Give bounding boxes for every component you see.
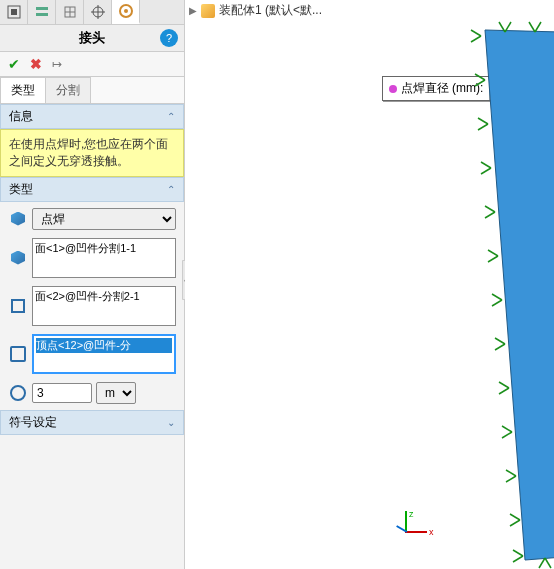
tab-simulation[interactable] — [112, 0, 140, 24]
chevron-down-icon: ⌄ — [167, 417, 175, 428]
face2-item[interactable]: 面<2>@凹件-分割2-1 — [35, 289, 173, 304]
axis-x — [405, 531, 427, 533]
svg-line-34 — [475, 74, 485, 80]
type-section-head[interactable]: 类型 ⌃ — [0, 177, 184, 202]
panel-subtabs: 类型 分割 — [0, 77, 184, 104]
info-body: 在使用点焊时,您也应在两个面之间定义无穿透接触。 — [0, 129, 184, 177]
help-icon[interactable]: ? — [160, 29, 178, 47]
face1-listbox[interactable]: 面<1>@凹件分割1-1 — [32, 238, 176, 278]
model-view[interactable] — [425, 30, 554, 560]
svg-line-36 — [478, 118, 488, 124]
tab-feature-tree[interactable] — [0, 0, 28, 24]
face1-item[interactable]: 面<1>@凹件分割1-1 — [35, 241, 173, 256]
info-head-label: 信息 — [9, 108, 33, 125]
svg-line-33 — [475, 80, 485, 86]
vertex-icon — [8, 344, 28, 364]
svg-line-54 — [510, 514, 520, 520]
face2-icon — [8, 296, 28, 316]
property-panel: 接头 ? ✔ ✖ ↦ 类型 分割 信息 ⌃ 在使用点焊时,您也应在两个面之间定义… — [0, 0, 185, 569]
diameter-input[interactable] — [32, 383, 92, 403]
type-icon — [8, 209, 28, 229]
svg-line-45 — [495, 344, 505, 350]
svg-line-55 — [513, 556, 523, 562]
svg-line-47 — [499, 388, 509, 394]
symbol-section-head[interactable]: 符号设定 ⌄ — [0, 410, 184, 435]
ok-button[interactable]: ✔ — [8, 56, 20, 72]
view-triad[interactable] — [385, 511, 429, 555]
vertex-listbox[interactable]: 顶点<12>@凹件-分 — [32, 334, 176, 374]
info-section-head[interactable]: 信息 ⌃ — [0, 104, 184, 129]
type-section-body: 点焊 面<1>@凹件分割1-1 面<2>@凹件-分割2-1 顶点<12>@凹件-… — [0, 202, 184, 410]
vertex-item[interactable]: 顶点<12>@凹件-分 — [36, 338, 172, 353]
connector-type-select[interactable]: 点焊 — [32, 208, 176, 230]
svg-line-39 — [485, 212, 495, 218]
assembly-icon — [201, 4, 215, 18]
svg-line-31 — [471, 36, 481, 42]
svg-point-11 — [124, 9, 128, 13]
svg-line-68 — [545, 558, 551, 568]
face1-icon — [8, 248, 28, 268]
breadcrumb[interactable]: ▶ 装配体1 (默认<默... — [189, 2, 322, 19]
svg-rect-3 — [36, 13, 48, 16]
type-head-label: 类型 — [9, 181, 33, 198]
subtab-split[interactable]: 分割 — [45, 77, 91, 103]
svg-line-43 — [492, 300, 502, 306]
svg-rect-1 — [11, 9, 17, 15]
svg-line-48 — [499, 382, 509, 388]
svg-line-51 — [506, 476, 516, 482]
tab-props[interactable] — [28, 0, 56, 24]
spotweld-dot-icon — [389, 85, 397, 93]
tab-target[interactable] — [84, 0, 112, 24]
panel-tabstrip — [0, 0, 184, 25]
svg-line-37 — [481, 168, 491, 174]
svg-line-56 — [513, 550, 523, 556]
svg-line-35 — [478, 124, 488, 130]
chevron-up-icon: ⌃ — [167, 184, 175, 195]
pin-button[interactable]: ↦ — [52, 57, 62, 71]
svg-line-67 — [539, 558, 545, 568]
crumb-label: 装配体1 (默认<默... — [219, 2, 322, 19]
svg-line-46 — [495, 338, 505, 344]
symbol-head-label: 符号设定 — [9, 414, 57, 431]
crumb-arrow-icon: ▶ — [189, 5, 197, 16]
panel-title-row: 接头 ? — [0, 25, 184, 52]
face2-listbox[interactable]: 面<2>@凹件-分割2-1 — [32, 286, 176, 326]
svg-line-40 — [485, 206, 495, 212]
svg-line-59 — [529, 22, 535, 32]
svg-line-42 — [488, 250, 498, 256]
svg-line-32 — [471, 30, 481, 36]
tab-config[interactable] — [56, 0, 84, 24]
unit-select[interactable]: mm — [96, 382, 136, 404]
svg-line-49 — [502, 432, 512, 438]
svg-line-53 — [510, 520, 520, 526]
svg-line-41 — [488, 256, 498, 262]
svg-marker-12 — [485, 30, 554, 560]
svg-line-60 — [535, 22, 541, 32]
svg-line-50 — [502, 426, 512, 432]
panel-title: 接头 — [79, 29, 105, 47]
subtab-type[interactable]: 类型 — [0, 77, 46, 103]
svg-line-44 — [492, 294, 502, 300]
panel-action-row: ✔ ✖ ↦ — [0, 52, 184, 77]
diameter-icon — [8, 383, 28, 403]
chevron-up-icon: ⌃ — [167, 111, 175, 122]
cancel-button[interactable]: ✖ — [30, 56, 42, 72]
svg-line-38 — [481, 162, 491, 168]
svg-rect-2 — [36, 7, 48, 10]
svg-line-52 — [506, 470, 516, 476]
graphics-viewport[interactable]: ▶ 装配体1 (默认<默... 点焊直径 (mm): 3 — [185, 0, 554, 569]
